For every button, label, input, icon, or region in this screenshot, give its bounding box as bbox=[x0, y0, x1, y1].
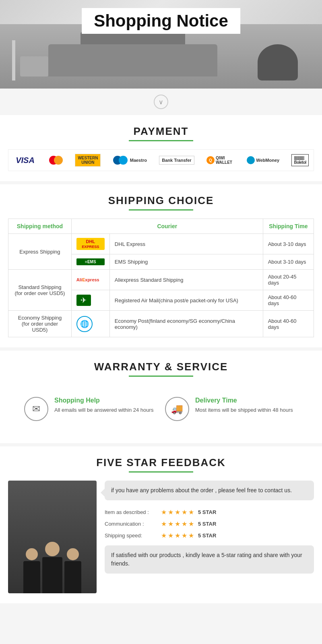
nightstand bbox=[20, 56, 48, 76]
shipping-table: Shipping method Courier Shipping Time Ex… bbox=[8, 219, 314, 337]
visa-logo: VISA bbox=[13, 154, 37, 167]
star-1: ★ bbox=[161, 508, 167, 516]
feedback-section: FIVE STAR FEEDBACK if you have a bbox=[0, 446, 322, 603]
rating-value-communication: 5 STAR bbox=[198, 521, 216, 527]
feedback-right: if you have any problems about the order… bbox=[105, 481, 314, 574]
delivery-time-description: Most items will be shipped within 48 hou… bbox=[195, 406, 293, 414]
rating-label-communication: Communication : bbox=[105, 521, 161, 527]
speech-bubble: if you have any problems about the order… bbox=[105, 481, 314, 500]
truck-icon: 🚚 bbox=[165, 397, 189, 421]
star-2: ★ bbox=[168, 532, 173, 539]
rating-label-shipping: Shipping speed: bbox=[105, 533, 161, 539]
shipping-courier-header: Courier bbox=[71, 219, 263, 234]
satisfaction-bubble: If satisfied with our products , kindly … bbox=[105, 545, 314, 574]
chevron-container: ∨ bbox=[0, 89, 322, 115]
feedback-underline bbox=[129, 471, 193, 473]
shipping-time-header: Shipping Time bbox=[263, 219, 314, 234]
star-3: ★ bbox=[175, 508, 180, 516]
airmail-time-cell: About 40-60 days bbox=[263, 290, 314, 311]
staff-person-2 bbox=[42, 542, 62, 593]
maestro-logo: Maestro bbox=[111, 154, 149, 166]
un-logo-cell: 🌐 bbox=[71, 311, 109, 337]
shopping-help-text: Shopping Help All emails will be answere… bbox=[54, 397, 153, 414]
star-2: ★ bbox=[168, 508, 173, 516]
ems-name-cell: EMS Shipping bbox=[109, 254, 263, 270]
stars-shipping: ★ ★ ★ ★ ★ bbox=[161, 532, 194, 539]
shipping-title: SHIPPING CHOICE bbox=[8, 194, 314, 207]
rating-row-communication: Communication : ★ ★ ★ ★ ★ 5 STAR bbox=[105, 520, 314, 528]
hero-section: Shopping Notice bbox=[0, 0, 322, 89]
economy-shipping-label: Economy Shipping(for order under USD5) bbox=[8, 311, 72, 337]
shipping-method-header: Shipping method bbox=[8, 219, 72, 234]
star-1: ★ bbox=[161, 520, 167, 528]
airmail-icon: ✈ bbox=[76, 295, 91, 306]
hero-furniture bbox=[0, 24, 322, 89]
stars-described: ★ ★ ★ ★ ★ bbox=[161, 508, 194, 516]
airmail-logo-cell: ✈ bbox=[71, 290, 109, 311]
ems-logo-cell: ≡EMS bbox=[71, 254, 109, 270]
dhl-time-cell: About 3-10 days bbox=[263, 234, 314, 254]
western-union-logo: WESTERNUNION bbox=[75, 154, 101, 167]
shopping-help-item: ✉ Shopping Help All emails will be answe… bbox=[24, 397, 157, 421]
staff-image bbox=[8, 481, 97, 593]
warranty-title: WARRANTY & SERVICE bbox=[8, 361, 314, 373]
dhl-logo: DHLEXPRESS bbox=[76, 238, 105, 250]
star-2: ★ bbox=[168, 520, 173, 528]
staff-silhouettes bbox=[23, 542, 81, 593]
qiwi-logo: Q QIWIWALLET bbox=[204, 154, 235, 166]
star-3: ★ bbox=[175, 532, 180, 539]
dhl-logo-cell: DHLEXPRESS bbox=[71, 234, 109, 254]
star-4: ★ bbox=[182, 508, 187, 516]
star-5: ★ bbox=[188, 532, 194, 539]
shipping-section: SHIPPING CHOICE Shipping method Courier … bbox=[0, 184, 322, 347]
payment-title: PAYMENT bbox=[8, 125, 314, 138]
dhl-name-cell: DHL Express bbox=[109, 234, 263, 254]
delivery-time-text: Delivery Time Most items will be shipped… bbox=[195, 397, 293, 414]
shopping-help-title: Shopping Help bbox=[54, 397, 153, 404]
rating-label-described: Item as described : bbox=[105, 509, 161, 515]
table-row: Standard Shipping(for order over USD5) A… bbox=[8, 270, 314, 290]
aliexpress-logo-cell: AliExpress bbox=[71, 270, 109, 290]
staff-person-3 bbox=[64, 548, 81, 593]
payment-section: PAYMENT VISA WESTERNUNION Maestro Bank T… bbox=[0, 115, 322, 181]
rating-value-described: 5 STAR bbox=[198, 509, 216, 515]
payment-underline bbox=[129, 140, 193, 141]
stars-communication: ★ ★ ★ ★ ★ bbox=[161, 520, 194, 528]
aliexpress-time-cell: About 20-45 days bbox=[263, 270, 314, 290]
delivery-time-item: 🚚 Delivery Time Most items will be shipp… bbox=[165, 397, 298, 421]
payment-logos: VISA WESTERNUNION Maestro Bank Transfer … bbox=[8, 149, 314, 171]
feedback-title: FIVE STAR FEEDBACK bbox=[8, 456, 314, 469]
bank-transfer-logo: Bank Transfer bbox=[159, 156, 194, 165]
aliexpress-name-cell: Aliexpress Standard Shipping bbox=[109, 270, 263, 290]
bed-shape bbox=[48, 44, 217, 76]
floor-lamp bbox=[12, 40, 15, 80]
star-4: ★ bbox=[182, 532, 187, 539]
un-logo: 🌐 bbox=[76, 316, 93, 332]
delivery-time-title: Delivery Time bbox=[195, 397, 293, 404]
table-row: Economy Shipping(for order under USD5) 🌐… bbox=[8, 311, 314, 337]
rating-row-shipping: Shipping speed: ★ ★ ★ ★ ★ 5 STAR bbox=[105, 532, 314, 539]
star-5: ★ bbox=[188, 508, 194, 516]
star-3: ★ bbox=[175, 520, 180, 528]
star-4: ★ bbox=[182, 520, 187, 528]
star-5: ★ bbox=[188, 520, 194, 528]
star-1: ★ bbox=[161, 532, 167, 539]
express-shipping-label: Express Shipping bbox=[8, 234, 72, 270]
feedback-content: if you have any problems about the order… bbox=[8, 481, 314, 593]
ems-time-cell: About 3-10 days bbox=[263, 254, 314, 270]
aliexpress-logo: AliExpress bbox=[76, 277, 105, 282]
standard-shipping-label: Standard Shipping(for order over USD5) bbox=[8, 270, 72, 311]
rating-value-shipping: 5 STAR bbox=[198, 533, 216, 539]
warranty-underline bbox=[129, 376, 193, 377]
airmail-name-cell: Registered Air Mail(china post/e packet-… bbox=[109, 290, 263, 311]
economy-time-cell: About 40-60 days bbox=[263, 311, 314, 337]
ems-logo: ≡EMS bbox=[76, 258, 105, 265]
mastercard-logo bbox=[47, 154, 65, 166]
warranty-grid: ✉ Shopping Help All emails will be answe… bbox=[8, 385, 314, 433]
shipping-underline bbox=[129, 209, 193, 211]
rating-row-described: Item as described : ★ ★ ★ ★ ★ 5 STAR bbox=[105, 508, 314, 516]
warranty-section: WARRANTY & SERVICE ✉ Shopping Help All e… bbox=[0, 351, 322, 443]
hero-title: Shopping Notice bbox=[82, 8, 240, 34]
shopping-help-description: All emails will be answered within 24 ho… bbox=[54, 406, 153, 414]
table-row: Express Shipping DHLEXPRESS DHL Express … bbox=[8, 234, 314, 254]
